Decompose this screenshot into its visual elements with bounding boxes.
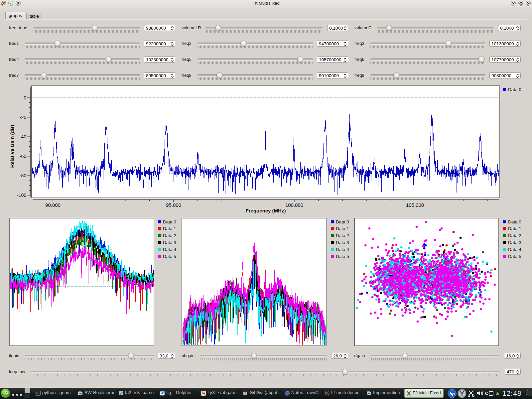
- svg-text:Data 2: Data 2: [336, 233, 349, 238]
- svg-text:Data 3: Data 3: [163, 240, 176, 245]
- svg-text:Data 0: Data 0: [163, 219, 176, 224]
- svg-text:Data 0: Data 0: [508, 219, 521, 224]
- svg-text:Data 0: Data 0: [336, 219, 349, 224]
- svg-text:Data 5: Data 5: [336, 254, 349, 259]
- svg-text:Data 1: Data 1: [508, 226, 521, 231]
- svg-text:Data 2: Data 2: [163, 233, 176, 238]
- svg-text:Data 5: Data 5: [508, 254, 521, 259]
- svg-text:Data 1: Data 1: [336, 226, 349, 231]
- svg-text:Data 4: Data 4: [336, 247, 349, 252]
- svg-text:Data 4: Data 4: [163, 247, 176, 252]
- svg-text:Data 3: Data 3: [336, 240, 349, 245]
- svg-text:Data 1: Data 1: [163, 226, 176, 231]
- svg-text:hp: hp: [450, 391, 455, 396]
- svg-text:Data 4: Data 4: [508, 247, 521, 252]
- svg-text:Data 2: Data 2: [508, 233, 521, 238]
- svg-text:Data 5: Data 5: [163, 254, 176, 259]
- svg-text:Data 3: Data 3: [508, 240, 521, 245]
